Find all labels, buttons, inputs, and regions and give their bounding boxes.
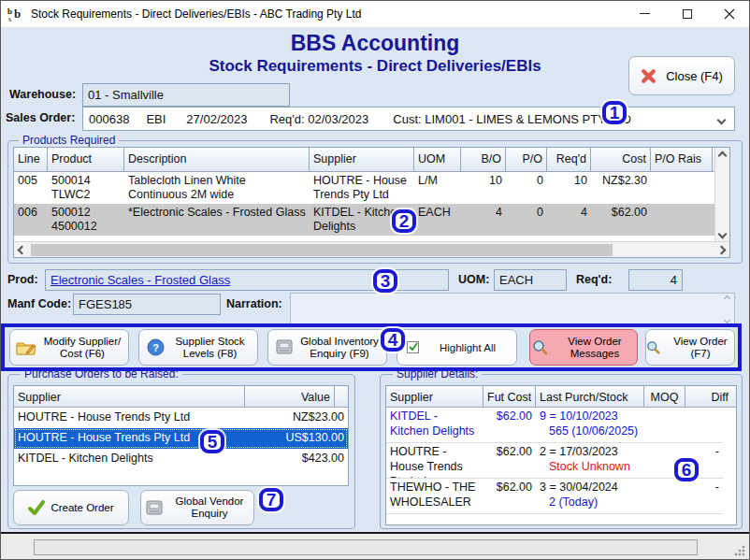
supplier-details-table: Supplier Fut Cost Last Purch/Stock MOQ D…	[385, 385, 737, 525]
cell-moq	[644, 408, 685, 442]
global-vendor-enquiry-label: Global Vendor Enquiry	[169, 495, 250, 520]
column-header-supplier: Supplier	[386, 386, 483, 407]
global-vendor-enquiry-button[interactable]: Global Vendor Enquiry	[140, 490, 254, 525]
cell-supplier: THEWHO - THE WHOLESALER	[386, 479, 483, 513]
cell-supplier: HOUTRE - House Trends Pty Ltd	[386, 443, 483, 478]
close-f4-label: Close (F4)	[666, 70, 723, 82]
cell-uom: EACH	[414, 204, 461, 236]
view-order-messages-label: View Order Messages	[555, 336, 635, 360]
resize-grip[interactable]	[733, 544, 745, 556]
scrollbar-thumb[interactable]	[31, 244, 613, 256]
cell-reqd: 4	[547, 204, 591, 236]
scroll-left-icon[interactable]	[18, 246, 27, 255]
supplier-detail-row[interactable]: KITDEL - Kitchen Delights $62.00 9 = 10/…	[386, 408, 723, 443]
annotation-marker-2: 2	[392, 209, 416, 233]
reqd-field[interactable]: 4	[628, 269, 683, 291]
cell-diff: -	[685, 479, 723, 513]
cell-supplier: KITDEL - Kitchen Delights	[14, 449, 258, 469]
cell-moq	[644, 479, 685, 513]
cell-line: 005	[14, 172, 48, 204]
modify-supplier-cost-label: Modify Supplier/ Cost (F6)	[42, 336, 123, 360]
manf-code-field[interactable]: FGES185	[73, 294, 221, 315]
column-header-uom: UOM	[414, 148, 461, 171]
create-order-button[interactable]: Create Order	[13, 490, 129, 525]
purchase-orders-label: Purchase Orders to be Raised:	[21, 367, 182, 381]
cell-cost: NZ$2.30	[591, 172, 651, 204]
cell-po: 0	[506, 204, 547, 236]
highlight-all-label: Highlight All	[419, 342, 516, 353]
scroll-up-icon[interactable]	[723, 295, 729, 302]
modify-supplier-cost-button[interactable]: Modify Supplier/ Cost (F6)	[9, 329, 129, 366]
scroll-down-icon[interactable]	[718, 230, 728, 239]
app-title: BBS Accounting	[0, 31, 750, 56]
column-header-product: Product	[48, 148, 124, 171]
column-header-reqd: Req'd	[547, 148, 591, 171]
scroll-right-icon[interactable]	[717, 246, 727, 255]
sales-order-label: Sales Order:	[6, 111, 75, 124]
cell-po-raised	[651, 204, 713, 236]
product-row[interactable]: 005 500014TLWC2 Tablecloth Linen White C…	[14, 172, 714, 204]
supplier-details-label: Supplier Details:	[393, 367, 482, 381]
green-check-icon	[28, 500, 45, 515]
cell-bo: 10	[461, 172, 506, 204]
products-required-label: Products Required	[19, 134, 119, 147]
annotation-marker-1: 1	[602, 101, 627, 124]
folder-edit-icon	[16, 339, 36, 356]
sales-order-dropdown[interactable]: 000638 EBI 27/02/2023 Req'd: 02/03/2023 …	[82, 107, 735, 131]
purchase-order-row[interactable]: HOUTRE - House Trends Pty Ltd NZ$23.00	[14, 408, 348, 428]
cell-fut-cost: $62.00	[483, 408, 536, 442]
highlight-all-checkbox[interactable]	[407, 341, 419, 353]
column-header-po-raised: P/O Rais	[651, 148, 713, 171]
narration-textarea[interactable]	[290, 293, 735, 326]
view-order-messages-button[interactable]: View Order Messages	[529, 329, 638, 366]
cell-fut-cost: $62.00	[483, 443, 536, 478]
product-link[interactable]: Electronic Scales - Frosted Glass	[50, 273, 230, 287]
product-row-selected[interactable]: 006 5000124500012 *Electronic Scales - F…	[14, 204, 714, 236]
scroll-up-icon[interactable]	[718, 151, 728, 161]
column-header-description: Description	[124, 148, 310, 171]
close-window-button[interactable]	[708, 0, 750, 27]
cell-product-code: 5000124500012	[48, 204, 124, 236]
minimize-button[interactable]	[624, 0, 666, 27]
sales-order-number: 000638	[89, 112, 129, 126]
annotation-marker-4: 4	[381, 328, 405, 352]
close-icon	[724, 8, 735, 20]
annotation-marker-3: 3	[373, 269, 397, 293]
uom-field[interactable]: EACH	[494, 269, 567, 291]
manf-code-label: Manf Code:	[7, 297, 71, 310]
chevron-down-icon[interactable]	[717, 116, 727, 125]
warehouse-label: Warehouse:	[9, 88, 76, 101]
cell-value: US$130.00	[258, 428, 348, 449]
sales-order-type: EBI	[146, 112, 166, 126]
column-header-diff: Diff	[685, 386, 736, 407]
supplier-stock-levels-button[interactable]: ? Supplier Stock Levels (F8)	[138, 329, 258, 366]
close-f4-button[interactable]: Close (F4)	[628, 56, 735, 95]
prod-label: Prod:	[7, 273, 38, 286]
view-order-f7-button[interactable]: View Order (F7)	[645, 329, 735, 366]
minimize-icon	[640, 13, 650, 14]
global-inventory-enquiry-button[interactable]: Global Inventory Enquiry (F9)	[267, 329, 387, 366]
annotation-marker-5: 5	[200, 430, 224, 453]
cell-reqd: 10	[547, 172, 591, 204]
reqd-value: 4	[671, 273, 677, 287]
purchase-order-row[interactable]: KITDEL - Kitchen Delights $423.00	[14, 449, 348, 469]
warehouse-field[interactable]: 01 - Smallville	[82, 83, 290, 107]
app-logo-icon: b b s	[7, 6, 24, 22]
cell-supplier: HOUTRE - House Trends Pty Ltd	[310, 172, 414, 204]
scroll-down-icon[interactable]	[723, 317, 729, 323]
vertical-scrollbar[interactable]	[714, 148, 729, 242]
uom-value: EACH	[499, 273, 533, 287]
create-order-label: Create Order	[50, 502, 113, 514]
supplier-detail-row[interactable]: THEWHO - THE WHOLESALER $62.00 3 = 30/04…	[386, 479, 723, 514]
maximize-button[interactable]	[666, 0, 708, 27]
horizontal-scrollbar[interactable]	[14, 241, 729, 257]
narration-scrollbar[interactable]	[722, 296, 731, 323]
products-table: Line Product Description Supplier UOM B/…	[13, 147, 730, 258]
maximize-icon	[683, 9, 692, 19]
annotation-marker-6: 6	[674, 458, 699, 481]
supplier-detail-row[interactable]: HOUTRE - House Trends Pty Ltd $62.00 2 =…	[386, 443, 723, 479]
purchase-orders-table: Supplier Value HOUTRE - House Trends Pty…	[13, 385, 349, 486]
purchase-order-row-selected[interactable]: HOUTRE - House Trends Pty Ltd US$130.00	[14, 428, 348, 449]
magnifier-icon	[532, 339, 549, 356]
annotation-marker-7: 7	[259, 488, 283, 511]
